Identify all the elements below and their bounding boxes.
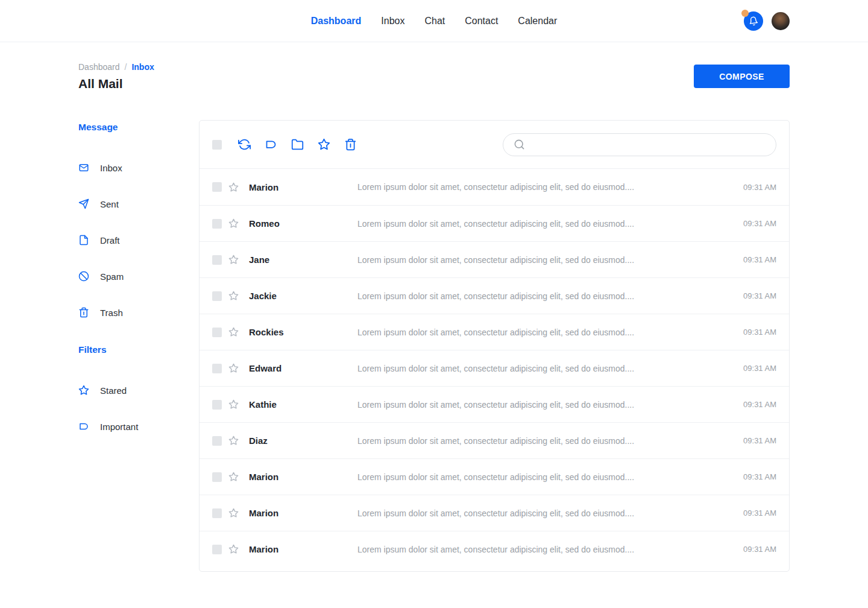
breadcrumb: Dashboard / Inbox [78,62,790,72]
folder-button[interactable] [291,138,304,151]
star-icon[interactable] [228,544,239,554]
notifications-button[interactable] [744,11,763,31]
nav-chat[interactable]: Chat [424,16,445,27]
row-checkbox[interactable] [212,219,222,229]
breadcrumb-dashboard[interactable]: Dashboard [78,62,120,72]
message-time: 09:31 AM [743,436,776,445]
star-button[interactable] [318,138,330,151]
sender-name: Marion [249,182,357,192]
delete-button[interactable] [344,138,357,151]
sender-name: Jane [249,255,357,265]
sender-name: Kathie [249,399,357,410]
message-time: 09:31 AM [743,508,776,518]
refresh-button[interactable] [238,138,251,151]
search-icon [514,139,525,150]
mail-row[interactable]: Rockies Lorem ipsum dolor sit amet, cons… [200,314,789,350]
row-checkbox[interactable] [212,255,222,265]
sender-name: Romeo [249,218,357,229]
sidebar-item-label: Important [100,422,138,432]
compose-button[interactable]: COMPOSE [694,65,790,88]
nav-contact[interactable]: Contact [465,16,498,27]
row-checkbox[interactable] [212,436,222,446]
page-title: All Mail [78,77,790,91]
select-all-checkbox[interactable] [212,140,222,150]
mail-row[interactable]: Jackie Lorem ipsum dolor sit amet, conse… [200,277,789,314]
star-icon[interactable] [228,508,239,518]
sidebar-item-important[interactable]: Important [78,408,199,445]
mail-toolbar [200,121,789,169]
refresh-icon [238,138,251,151]
send-icon [78,198,89,209]
mail-row[interactable]: Kathie Lorem ipsum dolor sit amet, conse… [200,386,789,422]
inbox-icon [78,162,89,173]
sender-name: Marion [249,508,357,518]
message-preview: Lorem ipsum dolor sit amet, consectetur … [357,291,731,301]
mail-row[interactable]: Edward Lorem ipsum dolor sit amet, conse… [200,350,789,386]
star-icon[interactable] [228,399,239,410]
row-checkbox[interactable] [212,182,222,192]
nav-inbox[interactable]: Inbox [381,16,404,27]
nav-calendar[interactable]: Calendar [518,16,557,27]
sender-name: Marion [249,544,357,554]
row-checkbox[interactable] [212,545,222,554]
mail-row[interactable]: Marion Lorem ipsum dolor sit amet, conse… [200,458,789,495]
sender-name: Rockies [249,327,357,337]
message-preview: Lorem ipsum dolor sit amet, consectetur … [357,255,731,265]
message-preview: Lorem ipsum dolor sit amet, consectetur … [357,400,731,410]
bell-icon [748,16,759,27]
row-checkbox[interactable] [212,508,222,518]
star-icon[interactable] [228,255,239,265]
filter-list: Stared Important [78,372,199,445]
message-time: 09:31 AM [743,291,776,300]
mail-row[interactable]: Marion Lorem ipsum dolor sit amet, conse… [200,495,789,531]
sidebar-section-message: Message [78,122,199,133]
star-icon[interactable] [228,291,239,301]
mail-row[interactable]: Marion Lorem ipsum dolor sit amet, conse… [200,531,789,567]
mail-row[interactable]: Diaz Lorem ipsum dolor sit amet, consect… [200,422,789,458]
row-checkbox[interactable] [212,472,222,482]
sidebar-item-inbox[interactable]: Inbox [78,150,199,186]
avatar[interactable] [772,12,790,30]
sidebar-item-draft[interactable]: Draft [78,222,199,258]
folder-icon [291,138,304,151]
mail-row[interactable]: Jane Lorem ipsum dolor sit amet, consect… [200,241,789,277]
label-button[interactable] [265,138,277,151]
sidebar-item-sent[interactable]: Sent [78,186,199,222]
star-icon[interactable] [228,472,239,482]
message-time: 09:31 AM [743,545,776,554]
sidebar-item-trash[interactable]: Trash [78,294,199,331]
message-preview: Lorem ipsum dolor sit amet, consectetur … [357,508,731,518]
sender-name: Edward [249,363,357,373]
message-time: 09:31 AM [743,219,776,228]
message-preview: Lorem ipsum dolor sit amet, consectetur … [357,219,731,229]
header-right [744,11,790,31]
breadcrumb-inbox[interactable]: Inbox [131,62,154,72]
sender-name: Diaz [249,435,357,446]
search-input[interactable] [531,134,767,156]
sidebar-item-spam[interactable]: Spam [78,258,199,294]
row-checkbox[interactable] [212,364,222,373]
star-icon[interactable] [228,327,239,337]
row-checkbox[interactable] [212,291,222,301]
mail-row[interactable]: Marion Lorem ipsum dolor sit amet, conse… [200,169,789,205]
star-icon[interactable] [228,435,239,446]
sidebar-item-label: Stared [100,385,127,396]
sidebar-item-label: Sent [100,199,119,209]
message-preview: Lorem ipsum dolor sit amet, consectetur … [357,436,731,446]
star-icon[interactable] [228,182,239,192]
sender-name: Marion [249,472,357,482]
row-checkbox[interactable] [212,400,222,410]
label-icon [265,138,277,151]
star-icon [318,138,330,151]
search-box[interactable] [503,133,776,156]
sidebar: Message Inbox Sent Draft [78,120,199,445]
nav-dashboard[interactable]: Dashboard [311,16,362,27]
star-icon[interactable] [228,363,239,373]
mail-row[interactable]: Romeo Lorem ipsum dolor sit amet, consec… [200,205,789,241]
breadcrumb-separator: / [125,62,127,72]
row-checkbox[interactable] [212,328,222,337]
message-time: 09:31 AM [743,472,776,481]
sidebar-item-stared[interactable]: Stared [78,372,199,408]
top-header: Dashboard Inbox Chat Contact Calendar [0,0,868,42]
star-icon[interactable] [228,218,239,229]
